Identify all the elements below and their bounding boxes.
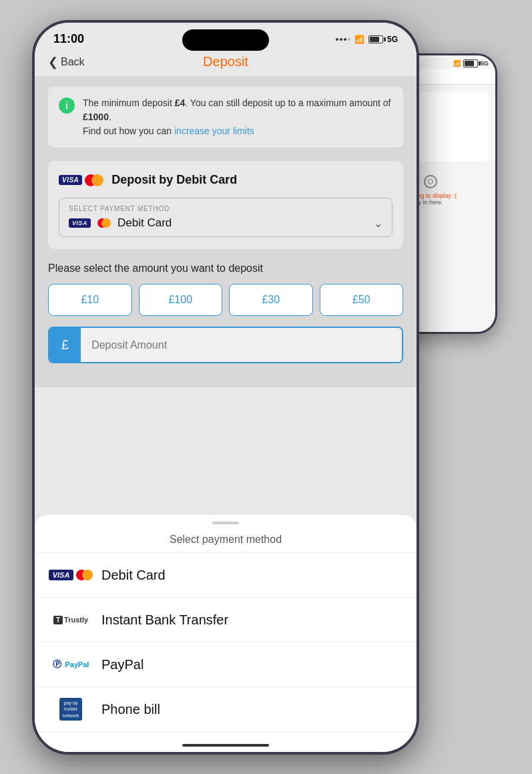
payment-section: VISA Deposit by Debit Card SELECT PAYMEN… bbox=[48, 161, 403, 249]
deposit-amount-input[interactable] bbox=[81, 328, 402, 362]
info-text: The minimum deposit £4. You can still de… bbox=[83, 96, 392, 138]
back-button[interactable]: ❮ Back bbox=[48, 55, 85, 69]
payment-title: Deposit by Debit Card bbox=[111, 173, 237, 187]
paypal-icon: Ⓟ PayPal bbox=[51, 654, 91, 674]
amount-button-0[interactable]: £10 bbox=[48, 284, 132, 316]
sheet-item-instant-bank[interactable]: T Trustly Instant Bank Transfer bbox=[35, 598, 417, 642]
phone-bill-label: Phone bill bbox=[101, 702, 160, 717]
main-phone: 11:00 📶 5G bbox=[32, 20, 419, 755]
phonebill-icon: pay bymobilenetwork bbox=[51, 699, 91, 719]
sheet-title: Select payment method bbox=[35, 524, 417, 553]
mc-sheet-icon bbox=[76, 570, 93, 580]
back-wifi-icon: 📶 bbox=[453, 60, 461, 67]
mastercard-logo-icon bbox=[85, 174, 103, 186]
visa-logo-icon: VISA bbox=[59, 175, 82, 185]
select-label: SELECT PAYMENT METHOD bbox=[69, 205, 382, 212]
signal-dots bbox=[336, 38, 350, 41]
battery-icon bbox=[368, 35, 383, 43]
info-text-part3: . bbox=[109, 112, 111, 122]
currency-prefix: £ bbox=[49, 328, 81, 362]
info-box: i The minimum deposit £4. You can still … bbox=[48, 87, 403, 148]
increase-limits-link[interactable]: increase your limits bbox=[174, 126, 254, 136]
back-label: Back bbox=[61, 56, 85, 68]
status-time: 11:00 bbox=[53, 32, 84, 46]
sheet-item-paypal[interactable]: Ⓟ PayPal PayPal bbox=[35, 642, 417, 687]
network-label: 5G bbox=[387, 35, 398, 44]
status-icons: 📶 5G bbox=[336, 35, 398, 44]
info-max-amount: £1000 bbox=[83, 112, 109, 122]
amount-section: Please select the amount you want to dep… bbox=[48, 262, 403, 363]
instant-bank-label: Instant Bank Transfer bbox=[101, 612, 228, 628]
phonebill-logo-icon: pay bymobilenetwork bbox=[59, 698, 83, 720]
main-content: i The minimum deposit £4. You can still … bbox=[35, 76, 417, 387]
payment-method-bottom-sheet: Select payment method VISA Debit Card bbox=[35, 515, 417, 752]
trustly-icon: T Trustly bbox=[51, 610, 91, 630]
info-icon: i bbox=[59, 98, 75, 114]
back-network: 5G bbox=[481, 60, 489, 67]
card-icons: VISA bbox=[59, 174, 103, 186]
amount-buttons: £10 £100 £30 £50 bbox=[48, 284, 403, 316]
visa-sheet-icon: VISA bbox=[49, 570, 74, 580]
dynamic-island bbox=[182, 29, 269, 51]
back-search-icon bbox=[424, 175, 437, 188]
wifi-icon: 📶 bbox=[354, 35, 364, 44]
select-value-text: Debit Card bbox=[117, 216, 172, 230]
select-mc-icon bbox=[97, 218, 111, 228]
back-battery-icon bbox=[463, 59, 478, 67]
info-link-prefix: Find out how you can bbox=[83, 126, 174, 136]
select-value-content: VISA Debit Card bbox=[69, 216, 172, 230]
trustly-logo-icon: T Trustly bbox=[53, 616, 88, 624]
amount-button-2[interactable]: £30 bbox=[229, 284, 313, 316]
sheet-item-phone-bill[interactable]: pay bymobilenetwork Phone bill bbox=[35, 687, 417, 732]
select-visa-icon: VISA bbox=[69, 218, 91, 228]
debit-card-label: Debit Card bbox=[101, 568, 166, 583]
amount-prompt: Please select the amount you want to dep… bbox=[48, 262, 403, 274]
page-title: Deposit bbox=[203, 54, 248, 69]
back-chevron-icon: ❮ bbox=[48, 55, 58, 69]
select-value-row: VISA Debit Card ⌄ bbox=[69, 216, 382, 230]
info-text-part2: . You can still deposit up to a maximum … bbox=[185, 98, 390, 108]
sheet-item-debit-card[interactable]: VISA Debit Card bbox=[35, 553, 417, 598]
info-text-part1: The minimum deposit bbox=[83, 98, 175, 108]
amount-button-3[interactable]: £50 bbox=[320, 284, 404, 316]
paypal-logo-icon: Ⓟ PayPal bbox=[53, 658, 89, 670]
scene: 📶 5G Closed Offers Dead T&Cs bbox=[0, 0, 532, 774]
info-min-amount: £4 bbox=[175, 98, 186, 108]
debit-card-icons: VISA bbox=[51, 565, 91, 585]
payment-header: VISA Deposit by Debit Card bbox=[59, 173, 392, 187]
paypal-label: PayPal bbox=[101, 657, 144, 672]
home-indicator bbox=[182, 744, 269, 747]
deposit-input-wrapper: £ bbox=[48, 327, 403, 363]
payment-method-dropdown[interactable]: SELECT PAYMENT METHOD VISA Debit Card ⌄ bbox=[59, 198, 392, 237]
amount-button-1[interactable]: £100 bbox=[139, 284, 223, 316]
chevron-down-icon: ⌄ bbox=[374, 217, 382, 230]
